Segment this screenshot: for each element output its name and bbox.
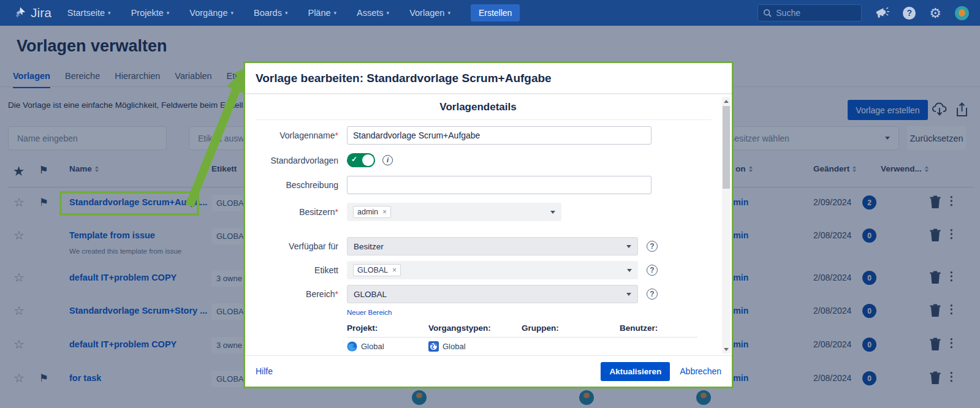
- scope-grant-table: Projekt: Vorgangstypen: Gruppen: Benutze…: [347, 323, 697, 355]
- announcement-icon[interactable]: [875, 7, 889, 19]
- globe-icon: [347, 341, 357, 352]
- help-link[interactable]: Hilfe: [256, 366, 273, 376]
- etikett-chip: GLOBAL×: [353, 264, 401, 276]
- grant-header-gruppen: Gruppen:: [522, 323, 620, 333]
- section-divider: [256, 119, 712, 120]
- settings-gear-icon[interactable]: ⚙: [929, 7, 941, 20]
- owner-chip: admin×: [353, 206, 391, 218]
- neuer-bereich-link[interactable]: Neuer Bereich: [347, 309, 392, 316]
- chevron-down-icon: ▾: [108, 10, 111, 16]
- grant-row: Global Global: [347, 337, 697, 355]
- etikett-select[interactable]: GLOBAL×: [347, 261, 638, 279]
- field-label-bereich: Bereich*: [245, 289, 338, 299]
- remove-chip-icon[interactable]: ×: [392, 266, 397, 274]
- vorlagenname-input[interactable]: [347, 126, 651, 145]
- besitzern-select[interactable]: admin×: [347, 203, 561, 221]
- bereich-select[interactable]: GLOBAL: [347, 285, 638, 303]
- info-icon[interactable]: i: [382, 155, 393, 165]
- nav-item-assets[interactable]: Assets▾: [357, 8, 389, 18]
- jira-logo[interactable]: Jira: [13, 6, 51, 20]
- scrollbar-thumb[interactable]: [723, 106, 730, 189]
- modal-footer: Hilfe Aktualisieren Abbrechen: [245, 355, 732, 387]
- field-label-vorlagenname: Vorlagenname*: [245, 130, 338, 140]
- field-label-standardvorlagen: Standardvorlagen: [245, 156, 338, 165]
- nav-item-vorgaenge[interactable]: Vorgänge▾: [189, 8, 234, 18]
- chevron-down-icon: ▾: [230, 10, 234, 16]
- modal-body: Vorlagendetails Vorlagenname* Standardvo…: [245, 96, 732, 355]
- check-icon: ✓: [351, 155, 357, 164]
- modal-header: Vorlage bearbeiten: Standardvorlage Scru…: [245, 63, 732, 94]
- nav-item-plaene[interactable]: Pläne▾: [308, 8, 336, 18]
- grant-header-vorgangstypen: Vorgangstypen:: [428, 323, 522, 333]
- help-question-icon[interactable]: ?: [647, 265, 658, 276]
- field-label-besitzern: Besitzern*: [245, 207, 338, 217]
- chevron-down-icon: ▾: [387, 10, 390, 16]
- grant-header-benutzer: Benutzer:: [620, 323, 697, 333]
- global-search[interactable]: [758, 4, 862, 21]
- modal-title: Vorlage bearbeiten: Standardvorlage Scru…: [256, 72, 552, 85]
- chevron-down-icon: ▾: [285, 10, 288, 16]
- top-navbar: Jira Startseite▾ Projekte▾ Vorgänge▾ Boa…: [0, 0, 980, 26]
- standardvorlagen-toggle[interactable]: ✓: [347, 153, 375, 167]
- cancel-button[interactable]: Abbrechen: [680, 366, 721, 376]
- verfuegbar-select[interactable]: Besitzer: [347, 237, 638, 255]
- search-icon: [763, 9, 772, 17]
- chevron-down-icon: [550, 211, 555, 214]
- nav-item-startseite[interactable]: Startseite▾: [67, 8, 111, 18]
- create-button[interactable]: Erstellen: [471, 4, 520, 21]
- user-avatar[interactable]: [955, 6, 969, 20]
- field-label-beschreibung: Beschreibung: [245, 180, 338, 190]
- chevron-down-icon: ▾: [447, 10, 450, 16]
- global-issuetype-icon: [428, 341, 439, 352]
- modal-scrollbar[interactable]: [722, 97, 731, 353]
- remove-chip-icon[interactable]: ×: [382, 208, 387, 216]
- chevron-down-icon: [626, 245, 631, 248]
- field-label-etikett: Etikett: [245, 265, 338, 275]
- beschreibung-input[interactable]: [347, 176, 651, 194]
- chevron-down-icon: [627, 269, 632, 272]
- edit-template-modal: Vorlage bearbeiten: Standardvorlage Scru…: [243, 61, 734, 388]
- help-question-icon[interactable]: ?: [647, 289, 658, 300]
- chevron-down-icon: ▾: [334, 10, 337, 16]
- grant-header-projekt: Projekt:: [347, 323, 428, 333]
- scroll-down-arrow[interactable]: [722, 345, 731, 353]
- field-label-verfuegbar: Verfügbar für: [245, 241, 338, 251]
- update-button[interactable]: Aktualisieren: [601, 362, 670, 381]
- nav-item-vorlagen[interactable]: Vorlagen▾: [409, 8, 450, 18]
- annotation-highlight-rect: [59, 191, 199, 216]
- help-question-icon[interactable]: ?: [647, 241, 658, 252]
- search-input[interactable]: [776, 8, 849, 18]
- help-icon[interactable]: ?: [903, 7, 916, 20]
- chevron-down-icon: [626, 293, 631, 296]
- chevron-down-icon: ▾: [167, 10, 170, 16]
- nav-item-boards[interactable]: Boards▾: [254, 8, 287, 18]
- nav-item-projekte[interactable]: Projekte▾: [131, 8, 170, 18]
- section-title: Vorlagendetails: [245, 96, 711, 113]
- scroll-up-arrow[interactable]: [722, 97, 731, 105]
- jira-logo-icon: [13, 6, 27, 20]
